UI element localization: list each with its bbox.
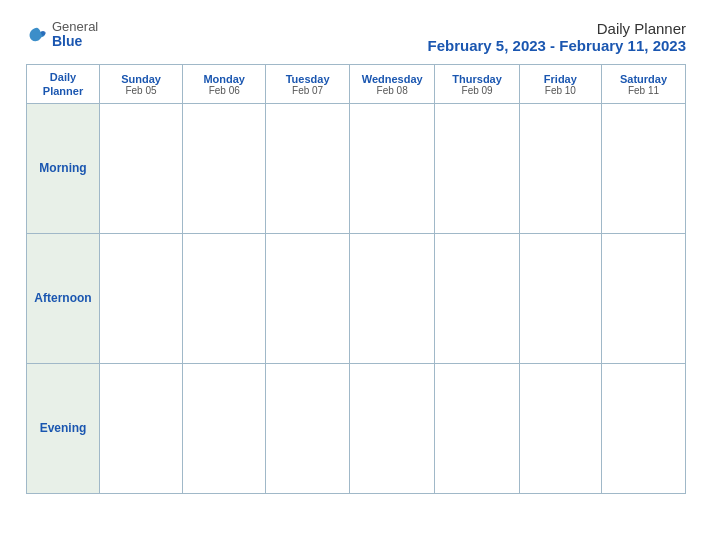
planner-title: Daily Planner — [428, 20, 686, 37]
col-header-friday: Friday Feb 10 — [519, 65, 601, 104]
logo-text: General Blue — [52, 20, 98, 50]
morning-wednesday[interactable] — [349, 103, 435, 233]
logo: General Blue — [26, 20, 98, 50]
title-block: Daily Planner February 5, 2023 - Februar… — [428, 20, 686, 54]
afternoon-sunday[interactable] — [100, 233, 183, 363]
evening-friday[interactable] — [519, 363, 601, 493]
evening-row: Evening — [27, 363, 686, 493]
logo-blue: Blue — [52, 34, 98, 49]
morning-monday[interactable] — [183, 103, 266, 233]
morning-saturday[interactable] — [601, 103, 685, 233]
col-header-thursday: Thursday Feb 09 — [435, 65, 519, 104]
col-header-wednesday: Wednesday Feb 08 — [349, 65, 435, 104]
evening-label: Evening — [27, 363, 100, 493]
header: General Blue Daily Planner February 5, 2… — [26, 20, 686, 54]
daily-planner-label: Daily Planner — [43, 71, 83, 97]
morning-label: Morning — [27, 103, 100, 233]
col-header-saturday: Saturday Feb 11 — [601, 65, 685, 104]
evening-saturday[interactable] — [601, 363, 685, 493]
evening-monday[interactable] — [183, 363, 266, 493]
col-header-tuesday: Tuesday Feb 07 — [266, 65, 350, 104]
evening-thursday[interactable] — [435, 363, 519, 493]
logo-general: General — [52, 20, 98, 34]
logo-bird-icon — [26, 24, 48, 46]
morning-row: Morning — [27, 103, 686, 233]
morning-friday[interactable] — [519, 103, 601, 233]
col-header-monday: Monday Feb 06 — [183, 65, 266, 104]
col-header-sunday: Sunday Feb 05 — [100, 65, 183, 104]
afternoon-tuesday[interactable] — [266, 233, 350, 363]
evening-sunday[interactable] — [100, 363, 183, 493]
morning-tuesday[interactable] — [266, 103, 350, 233]
afternoon-saturday[interactable] — [601, 233, 685, 363]
afternoon-wednesday[interactable] — [349, 233, 435, 363]
header-row: Daily Planner Sunday Feb 05 Monday Feb 0… — [27, 65, 686, 104]
evening-wednesday[interactable] — [349, 363, 435, 493]
afternoon-thursday[interactable] — [435, 233, 519, 363]
afternoon-label: Afternoon — [27, 233, 100, 363]
planner-date-range: February 5, 2023 - February 11, 2023 — [428, 37, 686, 54]
label-column-header: Daily Planner — [27, 65, 100, 104]
morning-sunday[interactable] — [100, 103, 183, 233]
planner-table: Daily Planner Sunday Feb 05 Monday Feb 0… — [26, 64, 686, 494]
afternoon-row: Afternoon — [27, 233, 686, 363]
page: General Blue Daily Planner February 5, 2… — [11, 10, 701, 540]
evening-tuesday[interactable] — [266, 363, 350, 493]
afternoon-friday[interactable] — [519, 233, 601, 363]
morning-thursday[interactable] — [435, 103, 519, 233]
afternoon-monday[interactable] — [183, 233, 266, 363]
